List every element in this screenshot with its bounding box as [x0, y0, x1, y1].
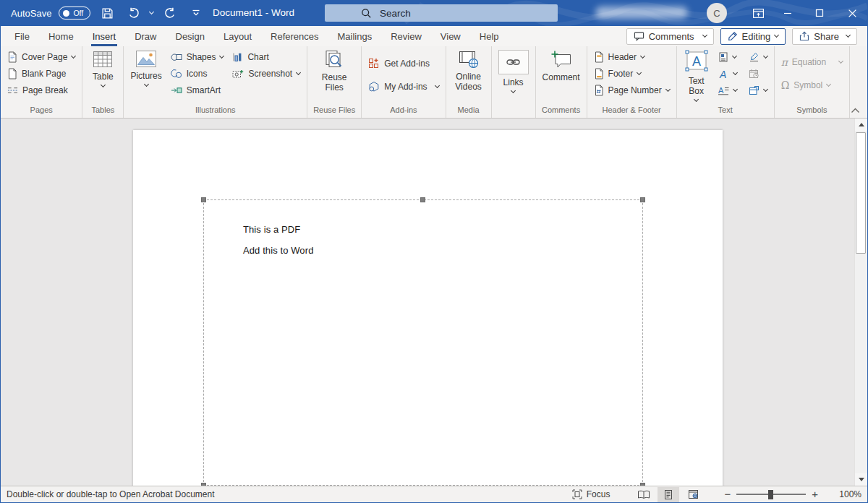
vertical-scrollbar[interactable]: [854, 119, 867, 486]
undo-icon: [127, 7, 140, 19]
reuse-files-button[interactable]: Reuse Files: [314, 48, 354, 93]
zoom-in-button[interactable]: +: [806, 488, 824, 501]
table-button[interactable]: Table: [88, 48, 118, 87]
shapes-icon: [171, 52, 182, 62]
status-bar: Double-click or double-tap to Open Acrob…: [1, 486, 867, 503]
avatar[interactable]: C: [707, 3, 727, 23]
comment-button[interactable]: Comment: [538, 48, 584, 82]
tab-review[interactable]: Review: [381, 26, 431, 46]
save-button[interactable]: [98, 3, 116, 23]
text-box-button[interactable]: A Text Box: [679, 48, 714, 101]
wordart-button[interactable]: A: [714, 65, 741, 82]
focus-button[interactable]: Focus: [566, 488, 616, 501]
zoom-slider-thumb[interactable]: [768, 490, 773, 499]
comments-button[interactable]: Comments: [626, 28, 714, 45]
print-layout-button[interactable]: [658, 487, 679, 502]
chart-button[interactable]: Chart: [228, 48, 305, 65]
page-break-button[interactable]: Page Break: [3, 82, 72, 98]
links-button[interactable]: Links: [494, 48, 533, 93]
online-videos-button[interactable]: Online Videos: [448, 48, 489, 92]
tab-home[interactable]: Home: [39, 26, 83, 46]
web-layout-button[interactable]: [682, 487, 704, 502]
my-addins-button[interactable]: My Add-ins: [364, 78, 443, 95]
drop-cap-button[interactable]: A: [714, 82, 741, 98]
ribbon-group-links: Links: [492, 46, 536, 118]
group-label-text: Text: [677, 104, 774, 118]
object-icon: [749, 85, 760, 95]
read-mode-button[interactable]: [633, 487, 655, 502]
tab-mailings[interactable]: Mailings: [328, 26, 382, 46]
tab-help[interactable]: Help: [470, 26, 509, 46]
pictures-button[interactable]: Pictures: [126, 48, 166, 86]
zoom-out-button[interactable]: −: [718, 488, 736, 501]
chevron-down-icon: [826, 81, 831, 86]
symbol-button[interactable]: Ω Symbol: [777, 77, 835, 93]
tab-draw[interactable]: Draw: [125, 26, 166, 46]
chevron-down-icon: [640, 53, 645, 58]
smartart-button[interactable]: SmartArt: [166, 82, 229, 98]
undo-button[interactable]: [124, 3, 142, 23]
document-page[interactable]: This is a PDF Add this to Word: [133, 130, 723, 486]
redo-button[interactable]: [161, 3, 179, 23]
signature-line-button[interactable]: [744, 48, 772, 65]
customize-qat-button[interactable]: [187, 3, 205, 23]
zoom-level[interactable]: 100%: [830, 489, 861, 499]
undo-chevron-icon[interactable]: [149, 9, 154, 14]
share-button[interactable]: Share: [792, 28, 857, 45]
close-button[interactable]: [835, 0, 867, 26]
redacted-account-name: [595, 7, 688, 19]
scroll-up-icon: [859, 123, 864, 126]
tab-file[interactable]: File: [5, 26, 39, 46]
resize-handle-bottom-right[interactable]: [640, 483, 645, 486]
tab-view[interactable]: View: [431, 26, 470, 46]
quick-parts-button[interactable]: [714, 48, 741, 65]
tab-references[interactable]: References: [261, 26, 328, 46]
ribbon-tabs: File Home Insert Draw Design Layout Refe…: [1, 26, 867, 46]
equation-icon: π: [781, 58, 788, 66]
wordart-icon: A: [718, 69, 729, 79]
smartart-icon: [171, 85, 182, 95]
collapse-ribbon-icon[interactable]: [851, 108, 860, 113]
tab-design[interactable]: Design: [166, 26, 214, 46]
shapes-button[interactable]: Shapes: [166, 48, 229, 65]
blank-page-button[interactable]: Blank Page: [3, 65, 70, 82]
ribbon-group-symbols: π Equation Ω Symbol Symbols: [775, 46, 851, 118]
resize-handle-top-right[interactable]: [640, 197, 645, 202]
chevron-down-icon: [763, 86, 768, 91]
ribbon-display-options-icon: [752, 7, 765, 20]
object-button[interactable]: [744, 82, 772, 98]
search-input[interactable]: Search: [325, 4, 558, 22]
get-addins-button[interactable]: Get Add-ins: [364, 55, 434, 72]
web-layout-icon: [688, 489, 699, 499]
zoom-control: − + 100%: [718, 488, 861, 501]
ribbon-group-reuse-files: Reuse Files Reuse Files: [307, 46, 362, 118]
ribbon-display-options-button[interactable]: [744, 0, 772, 26]
page-number-button[interactable]: Page Number: [590, 82, 674, 98]
pdf-text-line: This is a PDF: [243, 224, 300, 235]
icons-button[interactable]: Icons: [166, 65, 229, 82]
embedded-pdf-object[interactable]: [203, 199, 643, 486]
tab-insert[interactable]: Insert: [83, 26, 126, 46]
equation-button[interactable]: π Equation: [777, 53, 848, 70]
maximize-button[interactable]: [804, 0, 835, 26]
header-button[interactable]: Header: [590, 48, 649, 65]
date-time-button[interactable]: [744, 65, 772, 82]
autosave-toggle[interactable]: Off: [59, 7, 90, 20]
screenshot-button[interactable]: Screenshot: [228, 65, 305, 82]
footer-button[interactable]: Footer: [590, 65, 646, 82]
resize-handle-top-left[interactable]: [201, 197, 206, 202]
resize-handle-bottom-left[interactable]: [201, 483, 206, 486]
resize-handle-top-center[interactable]: [420, 197, 425, 202]
minimize-button[interactable]: [772, 0, 804, 26]
status-hint: Double-click or double-tap to Open Acrob…: [7, 489, 215, 499]
scroll-up-button[interactable]: [855, 119, 867, 131]
scroll-down-button[interactable]: [855, 473, 867, 486]
document-area: This is a PDF Add this to Word: [1, 119, 867, 486]
maximize-icon: [815, 9, 824, 17]
search-icon: [361, 8, 372, 19]
tab-layout[interactable]: Layout: [214, 26, 261, 46]
zoom-slider[interactable]: [736, 494, 806, 495]
cover-page-button[interactable]: Cover Page: [3, 48, 80, 65]
scrollbar-thumb[interactable]: [856, 132, 866, 254]
editing-button[interactable]: Editing: [720, 28, 786, 45]
